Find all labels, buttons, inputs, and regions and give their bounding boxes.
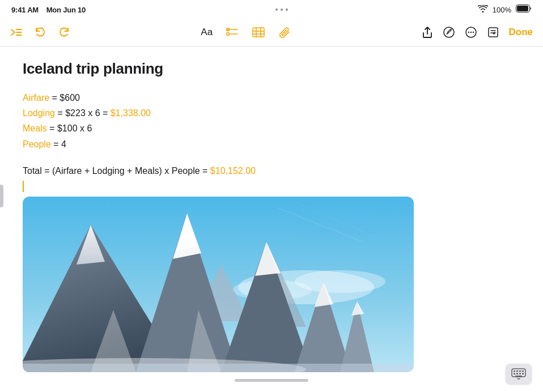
note-line-meals: Meals = $100 x 6 (23, 121, 520, 136)
lodging-label: Lodging (23, 108, 55, 118)
checklist-button[interactable] (225, 25, 240, 39)
svg-rect-42 (516, 370, 518, 372)
svg-point-13 (468, 31, 469, 32)
note-line-lodging: Lodging = $223 x 6 = $1,338.00 (23, 105, 520, 121)
note-line-airfare: Airfare = $600 (23, 90, 520, 105)
more-button[interactable] (464, 25, 478, 40)
undo-button[interactable] (33, 25, 48, 39)
svg-rect-46 (516, 373, 518, 375)
cursor (23, 181, 520, 192)
mountain-image (23, 197, 414, 372)
svg-rect-6 (253, 28, 264, 37)
note-title: Iceland trip planning (23, 60, 520, 78)
collapse-button[interactable] (9, 26, 24, 39)
ipad-frame: 9:41 AM Mon Jun 10 100% (0, 0, 543, 392)
meals-value: = $100 x 6 (49, 123, 92, 133)
svg-point-4 (227, 32, 230, 35)
share-button[interactable] (421, 25, 434, 40)
total-formula: Total = (Airfare + Lodging + Meals) x Pe… (23, 166, 207, 176)
airfare-value: = $600 (52, 93, 80, 103)
status-time: 9:41 AM (11, 6, 39, 14)
wifi-icon (478, 5, 488, 14)
text-format-label: Aa (201, 27, 213, 38)
svg-rect-44 (522, 370, 524, 372)
svg-rect-43 (519, 370, 521, 372)
svg-rect-37 (23, 364, 414, 372)
toolbar: Aa (0, 18, 543, 46)
airfare-label: Airfare (23, 93, 49, 103)
note-lines: Airfare = $600 Lodging = $223 x 6 = $1,3… (23, 90, 520, 152)
status-time-date: 9:41 AM Mon Jun 10 (11, 6, 86, 14)
svg-rect-16 (489, 28, 498, 37)
battery-icon (516, 5, 532, 15)
table-button[interactable] (251, 25, 266, 39)
done-button[interactable]: Done (508, 25, 534, 39)
people-label: People (23, 139, 51, 149)
total-computed: $10,152.00 (210, 166, 256, 176)
svg-point-14 (470, 31, 471, 32)
people-value: = 4 (53, 139, 66, 149)
toolbar-right: Done (421, 25, 534, 40)
svg-rect-1 (517, 6, 528, 11)
attach-button[interactable] (277, 25, 292, 40)
status-right: 100% (478, 5, 532, 15)
status-date: Mon Jun 10 (46, 6, 86, 14)
scroll-indicator (235, 379, 308, 382)
status-dot-2 (281, 8, 283, 11)
total-line: Total = (Airfare + Lodging + Meals) x Pe… (23, 163, 520, 178)
note-content[interactable]: Iceland trip planning Airfare = $600 Lod… (0, 46, 543, 392)
svg-rect-47 (519, 373, 521, 375)
text-format-button[interactable]: Aa (200, 25, 214, 39)
note-line-people: People = 4 (23, 137, 520, 152)
svg-rect-49 (515, 376, 522, 377)
status-dot-1 (275, 8, 278, 11)
lodging-value: = $223 x 6 = (57, 108, 108, 118)
keyboard-button[interactable] (506, 364, 532, 384)
edit-button[interactable] (486, 25, 500, 39)
status-dot-3 (286, 8, 288, 11)
redo-button[interactable] (57, 25, 71, 39)
toolbar-left (9, 25, 71, 39)
side-handle (0, 185, 3, 207)
pencil-button[interactable] (442, 25, 456, 39)
status-center (275, 8, 288, 11)
done-label: Done (509, 27, 533, 38)
battery-label: 100% (493, 6, 511, 14)
svg-point-15 (472, 31, 473, 32)
toolbar-center: Aa (71, 25, 421, 40)
svg-rect-40 (512, 369, 525, 377)
status-bar: 9:41 AM Mon Jun 10 100% (0, 0, 543, 18)
svg-rect-48 (522, 373, 524, 375)
lodging-computed: $1,338.00 (111, 108, 151, 118)
meals-label: Meals (23, 123, 47, 133)
svg-rect-45 (514, 373, 515, 375)
svg-rect-41 (514, 370, 515, 372)
